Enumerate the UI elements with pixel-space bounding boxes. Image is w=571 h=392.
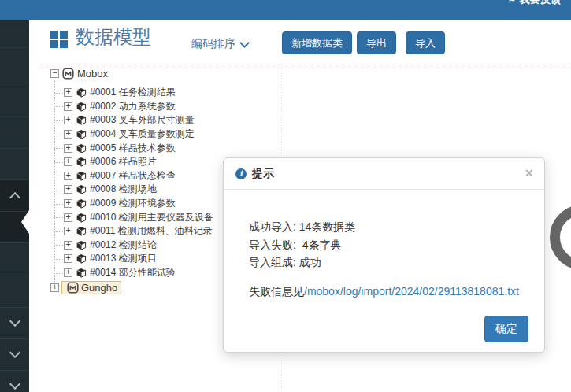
import-result-dialog: i 提示 × 成功导入: 14条数据类 导入失败: 4条字典 导入组成: 成功 … xyxy=(223,157,545,353)
cube-icon xyxy=(76,157,87,167)
tree-item-label: #0009 检测环境参数 xyxy=(90,197,176,210)
tree-item[interactable]: + #0002 动力系统参数 xyxy=(64,100,213,114)
sidebar-expand-3[interactable] xyxy=(0,370,29,392)
tree-item-label: #0005 样品技术参数 xyxy=(90,142,176,155)
mobox-logo-icon xyxy=(62,68,74,80)
tree-item-label: #0007 样品状态检查 xyxy=(90,169,176,183)
sidebar-item[interactable] xyxy=(0,47,29,83)
cube-icon xyxy=(76,213,87,223)
tree-item[interactable]: + #0013 检测项目 xyxy=(64,252,213,266)
sort-dropdown[interactable]: 编码排序 xyxy=(191,37,248,51)
tree-item[interactable]: + #0005 样品技术参数 xyxy=(64,141,213,155)
selected-node[interactable]: Gungho xyxy=(61,281,121,294)
cube-icon xyxy=(76,253,87,264)
cube-icon xyxy=(76,198,87,209)
tree-item[interactable]: + #0007 样品状态检查 xyxy=(64,169,213,183)
import-success-line: 成功导入: 14条数据类 xyxy=(249,218,519,236)
tree-root-label[interactable]: Mobox xyxy=(77,68,108,80)
expand-toggle-icon[interactable]: + xyxy=(64,185,72,194)
topbar: ⚑ 我要反馈 xyxy=(0,0,571,20)
gungho-logo-icon xyxy=(67,282,79,294)
expand-toggle-icon[interactable]: + xyxy=(64,172,72,180)
dialog-body: 成功导入: 14条数据类 导入失败: 4条字典 导入组成: 成功 失败信息见/m… xyxy=(224,190,544,300)
sidebar-item[interactable] xyxy=(0,276,29,307)
grid-icon xyxy=(50,31,68,48)
sidebar-expand-2[interactable] xyxy=(0,338,29,370)
cube-icon xyxy=(76,171,87,181)
expand-toggle-icon[interactable]: + xyxy=(64,227,72,235)
expand-toggle-icon[interactable]: + xyxy=(64,254,72,263)
tree-item[interactable]: + #0003 叉车外部尺寸测量 xyxy=(64,113,213,128)
expand-toggle-icon[interactable]: + xyxy=(64,102,72,111)
sidebar-item[interactable] xyxy=(0,83,29,116)
flag-icon: ⚑ xyxy=(507,0,516,6)
expand-toggle-icon[interactable]: + xyxy=(50,283,59,292)
tree-children: + #0001 任务检测结果 + #0002 动力系统参数 + #0003 叉车… xyxy=(64,86,213,279)
tree-root-gungho[interactable]: + Gungho xyxy=(50,281,121,294)
tree-item-label: #0013 检测项目 xyxy=(90,252,157,265)
add-dataclass-button[interactable]: 新增数据类 xyxy=(282,31,352,54)
tree-item[interactable]: + #0014 部分性能试验 xyxy=(64,266,213,280)
chevron-down-icon xyxy=(9,316,20,327)
tree-item[interactable]: + #0004 叉车质量参数测定 xyxy=(64,128,213,142)
collapse-toggle-icon[interactable]: − xyxy=(50,69,59,78)
chevron-down-icon xyxy=(9,379,20,390)
import-button[interactable]: 导入 xyxy=(406,31,445,54)
feedback-link[interactable]: ⚑ 我要反馈 xyxy=(507,0,561,7)
dialog-title: 提示 xyxy=(252,167,274,181)
tree-item[interactable]: + #0010 检测用主要仪器及设备 xyxy=(64,210,213,224)
expand-toggle-icon[interactable]: + xyxy=(64,157,72,166)
tree-item[interactable]: + #0001 任务检测结果 xyxy=(64,86,213,100)
expand-toggle-icon[interactable]: + xyxy=(64,241,72,250)
caret-down-icon xyxy=(239,38,250,48)
info-icon: i xyxy=(235,168,247,179)
tree-item-label: #0001 任务检测结果 xyxy=(90,86,176,99)
close-icon[interactable]: × xyxy=(525,166,533,180)
tree-item[interactable]: + #0008 检测场地 xyxy=(64,183,213,197)
tree-item[interactable]: + #0012 检测结论 xyxy=(64,239,213,253)
cube-icon xyxy=(76,143,87,153)
sidebar-item[interactable] xyxy=(0,116,29,148)
tree-item[interactable]: + #0006 样品照片 xyxy=(64,155,213,169)
page-title: 数据模型 xyxy=(76,24,151,50)
tree-item-label: #0011 检测用燃料、油料记录 xyxy=(90,224,213,238)
tree-item[interactable]: + #0011 检测用燃料、油料记录 xyxy=(64,224,213,239)
sidebar-expand-1[interactable] xyxy=(0,307,29,338)
tree-item[interactable]: + #0009 检测环境参数 xyxy=(64,197,213,211)
tree-root-mobox[interactable]: − Mobox xyxy=(50,68,108,80)
expand-toggle-icon[interactable]: + xyxy=(64,144,72,153)
tree-item-label: #0006 样品照片 xyxy=(90,155,157,168)
cube-icon xyxy=(76,115,87,125)
tree-item-label: #0012 检测结论 xyxy=(90,239,157,252)
tree-root-label[interactable]: Gungho xyxy=(81,282,117,294)
sidebar-item[interactable] xyxy=(0,20,29,47)
expand-toggle-icon[interactable]: + xyxy=(64,199,72,208)
confirm-button[interactable]: 确定 xyxy=(484,316,528,342)
feedback-label: 我要反馈 xyxy=(520,0,561,7)
sort-label: 编码排序 xyxy=(191,37,235,51)
cube-icon xyxy=(76,240,87,250)
expand-toggle-icon[interactable]: + xyxy=(64,130,72,139)
sidebar xyxy=(0,20,29,392)
log-file-link[interactable]: /mobox/log/import/2024/02/29113818081.tx… xyxy=(304,285,519,298)
tree-item-label: #0004 叉车质量参数测定 xyxy=(90,128,195,141)
expand-toggle-icon[interactable]: + xyxy=(64,88,72,97)
expand-toggle-icon[interactable]: + xyxy=(64,268,72,277)
dialog-header: i 提示 × xyxy=(224,158,544,190)
expand-toggle-icon[interactable]: + xyxy=(64,213,72,222)
expand-toggle-icon[interactable]: + xyxy=(64,116,72,124)
tree-item-label: #0008 检测场地 xyxy=(90,183,157,196)
sidebar-scroll-up[interactable] xyxy=(0,179,29,211)
sidebar-item[interactable] xyxy=(0,242,29,276)
cube-icon xyxy=(76,184,87,194)
cube-icon xyxy=(76,129,87,139)
floating-widget-ring[interactable] xyxy=(550,205,571,270)
tree-item-label: #0010 检测用主要仪器及设备 xyxy=(90,211,213,224)
export-button[interactable]: 导出 xyxy=(357,31,396,54)
sidebar-item[interactable] xyxy=(0,148,29,179)
page: ⚑ 我要反馈 数据模型 编码排序 新增数据类 导出 导 xyxy=(0,0,571,392)
cube-icon xyxy=(76,268,87,278)
chevron-up-icon xyxy=(9,192,20,203)
sidebar-collapse-handle[interactable] xyxy=(21,210,29,234)
import-compose-line: 导入组成: 成功 xyxy=(249,253,519,272)
